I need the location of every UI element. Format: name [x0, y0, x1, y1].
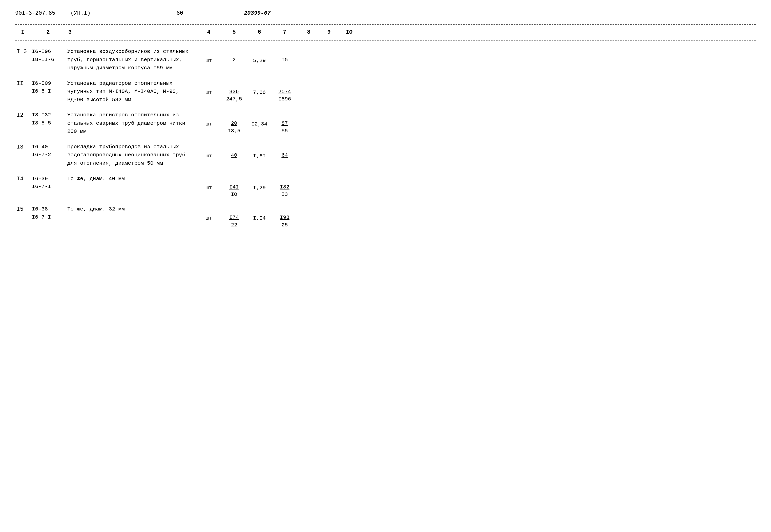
row-total: 8755	[271, 111, 299, 135]
row-price: 7,66	[248, 79, 271, 95]
row-code: I6–38I6-7-I	[30, 205, 66, 221]
row-quantity: 336247,5	[220, 79, 248, 103]
col-header-1: I	[15, 29, 30, 35]
page-header: 90I-3-207.85 (УП.I) 80 20399-07	[15, 10, 756, 16]
row-num: I 0	[15, 48, 30, 55]
row-description: То же, диам. 40 мм	[66, 175, 197, 183]
row-description: Прокладка трубопроводов из стальных водо…	[66, 143, 197, 168]
row-total: 2574I896	[271, 79, 299, 103]
row-num: II	[15, 79, 30, 87]
col-header-3: 3	[66, 29, 197, 35]
header-bottom-divider	[15, 40, 756, 40]
row-code: I6–I96I8–II-6	[30, 48, 66, 63]
col-header-2: 2	[30, 29, 66, 35]
col-header-4: 4	[197, 29, 220, 35]
row-unit: шт	[197, 79, 220, 95]
row-description: Установка радиаторов отопительных чугунн…	[66, 79, 197, 104]
row-code: I8–I32I8-5-5	[30, 111, 66, 127]
row-price: I,29	[248, 175, 271, 191]
row-total: I5	[271, 48, 299, 63]
row-quantity: I4IIO	[220, 175, 248, 198]
col-header-8: 8	[299, 29, 319, 35]
row-description: Установка воздухосборников из стальных т…	[66, 48, 197, 72]
row-code: I6–40I6-7-2	[30, 143, 66, 159]
row-total: I9825	[271, 205, 299, 229]
row-unit: шт	[197, 111, 220, 127]
row-price: I,6I	[248, 143, 271, 159]
row-num: I5	[15, 205, 30, 212]
page-number: 80	[177, 10, 183, 16]
row-code: I6–39I6-7-I	[30, 175, 66, 191]
table-row: I3I6–40I6-7-2Прокладка трубопроводов из …	[15, 138, 756, 170]
row-quantity: I7422	[220, 205, 248, 229]
top-divider	[15, 24, 756, 25]
row-num: I3	[15, 143, 30, 150]
table-row: I2I8–I32I8-5-5Установка регистров отопит…	[15, 107, 756, 138]
row-total: I82I3	[271, 175, 299, 198]
row-quantity: 20I3,5	[220, 111, 248, 135]
table-row: III6–I09I6-5-IУстановка радиаторов отопи…	[15, 75, 756, 107]
col-header-5: 5	[220, 29, 248, 35]
row-total: 64	[271, 143, 299, 159]
row-unit: шт	[197, 205, 220, 221]
row-price: 5,29	[248, 48, 271, 63]
doc-type: (УП.I)	[70, 10, 90, 16]
row-quantity: 40	[220, 143, 248, 159]
doc-number: 90I-3-207.85	[15, 10, 55, 16]
col-header-7: 7	[271, 29, 299, 35]
row-price: I,I4	[248, 205, 271, 221]
table-row: I 0I6–I96I8–II-6Установка воздухосборник…	[15, 43, 756, 75]
row-unit: шт	[197, 175, 220, 191]
row-description: Установка регистров отопительных из стал…	[66, 111, 197, 136]
row-description: То же, диам. 32 мм	[66, 205, 197, 214]
table-body: I 0I6–I96I8–II-6Установка воздухосборник…	[15, 43, 756, 231]
row-price: I2,34	[248, 111, 271, 127]
doc-code: 20399-07	[244, 10, 271, 16]
column-headers: I 2 3 4 5 6 7 8 9 IO	[15, 27, 756, 38]
table-row: I5I6–38I6-7-IТо же, диам. 32 ммштI7422I,…	[15, 201, 756, 231]
col-header-9: 9	[319, 29, 339, 35]
col-header-6: 6	[248, 29, 271, 35]
row-unit: шт	[197, 143, 220, 159]
row-unit: шт	[197, 48, 220, 63]
table-row: I4I6–39I6-7-IТо же, диам. 40 ммштI4IIOI,…	[15, 170, 756, 201]
row-quantity: 2	[220, 48, 248, 63]
col-header-10: IO	[339, 29, 359, 35]
row-num: I2	[15, 111, 30, 118]
row-code: I6–I09I6-5-I	[30, 79, 66, 95]
row-num: I4	[15, 175, 30, 182]
